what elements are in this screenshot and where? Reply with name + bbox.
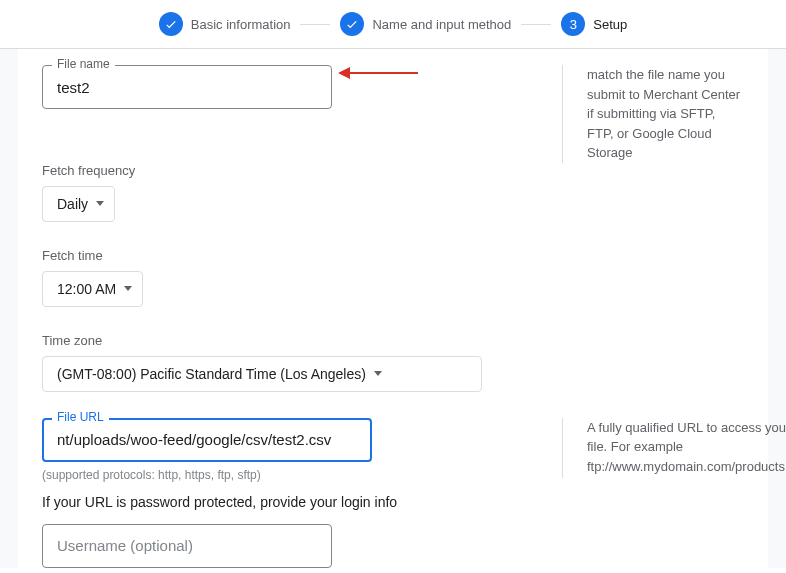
file-url-label: File URL	[52, 410, 109, 424]
form-panel: File name match the file name you submit…	[18, 49, 768, 573]
timezone-value: (GMT-08:00) Pacific Standard Time (Los A…	[57, 366, 366, 382]
username-input[interactable]	[57, 537, 317, 554]
step-divider	[521, 24, 551, 25]
fetch-time-select[interactable]: 12:00 AM	[42, 271, 143, 307]
chevron-down-icon	[374, 371, 382, 376]
content-area: File name match the file name you submit…	[0, 48, 786, 568]
step-number: 3	[561, 12, 585, 36]
fetch-frequency-label: Fetch frequency	[42, 163, 744, 178]
step-1[interactable]: Basic information	[159, 12, 291, 36]
stepper: Basic information Name and input method …	[0, 0, 786, 48]
fetch-frequency-select[interactable]: Daily	[42, 186, 115, 222]
protocols-help: (supported protocols: http, https, ftp, …	[42, 468, 522, 482]
file-name-field[interactable]	[42, 65, 332, 109]
step-2-label: Name and input method	[372, 17, 511, 32]
file-url-field[interactable]	[42, 418, 372, 462]
timezone-label: Time zone	[42, 333, 744, 348]
file-url-input[interactable]	[57, 431, 357, 448]
file-name-label: File name	[52, 57, 115, 71]
chevron-down-icon	[124, 286, 132, 291]
file-name-help: match the file name you submit to Mercha…	[562, 65, 744, 163]
timezone-select[interactable]: (GMT-08:00) Pacific Standard Time (Los A…	[42, 356, 482, 392]
username-field[interactable]	[42, 524, 332, 568]
step-1-label: Basic information	[191, 17, 291, 32]
fetch-time-value: 12:00 AM	[57, 281, 116, 297]
step-3-label: Setup	[593, 17, 627, 32]
password-hint: If your URL is password protected, provi…	[42, 494, 522, 510]
fetch-time-label: Fetch time	[42, 248, 744, 263]
check-icon	[159, 12, 183, 36]
file-url-help: A fully qualified URL to access your fil…	[562, 418, 786, 478]
check-icon	[340, 12, 364, 36]
chevron-down-icon	[96, 201, 104, 206]
step-divider	[300, 24, 330, 25]
step-3[interactable]: 3 Setup	[561, 12, 627, 36]
step-2[interactable]: Name and input method	[340, 12, 511, 36]
fetch-frequency-value: Daily	[57, 196, 88, 212]
file-name-input[interactable]	[57, 79, 317, 96]
